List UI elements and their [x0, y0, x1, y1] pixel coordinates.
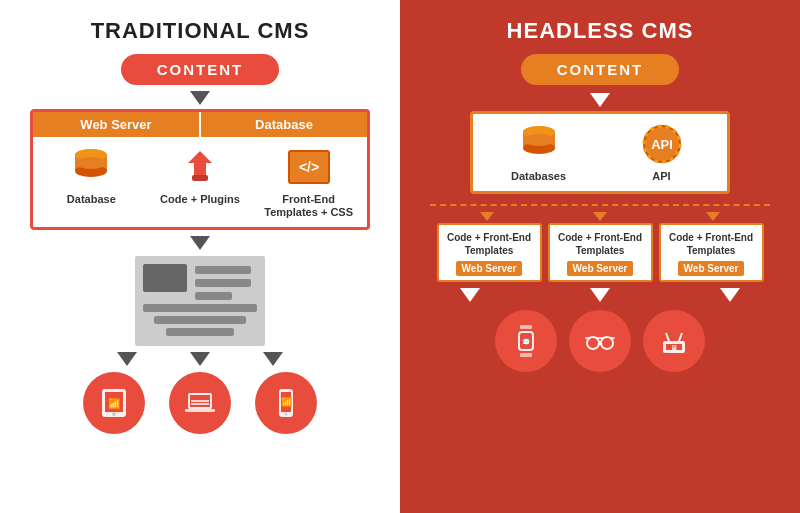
frontend-label: Front-End Templates + CSS: [264, 193, 354, 219]
web-line-6: [166, 328, 234, 336]
traditional-devices-row: 📶 📶: [83, 372, 317, 434]
api-label: API: [652, 170, 670, 183]
svg-text:📶: 📶: [108, 397, 121, 410]
svg-rect-15: [185, 409, 215, 412]
glasses-device: [569, 310, 631, 372]
svg-point-39: [588, 338, 598, 348]
web-server-header: Web Server: [33, 112, 201, 137]
watch-device: ⌚ 🛎: [495, 310, 557, 372]
svg-text:API: API: [651, 137, 673, 152]
webserver-label-1: Web Server: [456, 261, 523, 276]
database-icon: [67, 145, 115, 189]
headless-devices-row: ⌚ 🛎 🖥: [495, 310, 705, 372]
webserver-col-2: Code + Front-End Templates Web Server: [548, 223, 653, 282]
laptop-device: [169, 372, 231, 434]
arrow-content-to-box: [190, 91, 210, 105]
svg-point-20: [285, 413, 288, 416]
webserver-box-3: Code + Front-End Templates Web Server: [659, 223, 764, 282]
plugins-item: Code + Plugins: [155, 145, 245, 206]
svg-rect-31: [520, 353, 532, 357]
dashed-arrows-row: [430, 212, 770, 221]
traditional-cms-box: Web Server Database Database: [30, 109, 370, 230]
svg-rect-30: [520, 325, 532, 329]
webserver-text-2: Code + Front-End Templates: [554, 231, 647, 257]
web-output-mockup: [135, 256, 265, 346]
dashed-arrow-3: [706, 212, 720, 221]
arrow-box-to-web: [190, 236, 210, 250]
headless-cms-box: Databases API API: [470, 111, 730, 194]
headless-database-item: Databases: [494, 122, 584, 183]
cms-box-header: Web Server Database: [33, 112, 367, 137]
webserver-text-1: Code + Front-End Templates: [443, 231, 536, 257]
web-line-1: [195, 266, 251, 274]
headless-database-icon: [515, 122, 563, 166]
phone-device: 📶: [255, 372, 317, 434]
frontend-icon: </>: [285, 145, 333, 189]
webserver-label-3: Web Server: [678, 261, 745, 276]
database-label: Database: [67, 193, 116, 206]
svg-text:📶: 📶: [281, 396, 293, 408]
arrow-to-laptop: [190, 352, 210, 366]
frontend-item: </> Front-End Templates + CSS: [264, 145, 354, 219]
svg-point-4: [75, 157, 107, 169]
svg-marker-5: [188, 151, 212, 175]
webserver-box-1: Code + Front-End Templates Web Server: [437, 223, 542, 282]
webserver-col-3: Code + Front-End Templates Web Server: [659, 223, 764, 282]
svg-point-11: [112, 412, 116, 416]
web-line-4: [143, 304, 257, 312]
api-item: API API: [617, 122, 707, 183]
headless-cms-title: HEADLESS CMS: [507, 18, 694, 44]
traditional-content-pill: CONTENT: [121, 54, 280, 85]
router-device: 🖥: [643, 310, 705, 372]
webserver-label-2: Web Server: [567, 261, 634, 276]
headless-arrow-1: [460, 288, 480, 302]
web-line-2: [195, 279, 251, 287]
webservers-row: Code + Front-End Templates Web Server Co…: [437, 223, 764, 282]
database-item: Database: [46, 145, 136, 206]
webserver-col-1: Code + Front-End Templates Web Server: [437, 223, 542, 282]
headless-content-pill: CONTENT: [521, 54, 680, 85]
arrow-to-phone: [263, 352, 283, 366]
traditional-cms-panel: TRADITIONAL CMS CONTENT Web Server Datab…: [0, 0, 400, 513]
cms-box-content: Database Code + Plugins </: [33, 137, 367, 227]
svg-line-45: [679, 333, 682, 341]
svg-text:🛎: 🛎: [522, 337, 530, 346]
dashed-arrow-1: [480, 212, 494, 221]
web-image-placeholder: [143, 264, 187, 292]
dashed-arrow-2: [593, 212, 607, 221]
traditional-cms-title: TRADITIONAL CMS: [91, 18, 310, 44]
api-icon: API: [638, 122, 686, 166]
svg-point-26: [523, 134, 555, 146]
dashed-connector: [430, 198, 770, 212]
plugins-label: Code + Plugins: [160, 193, 240, 206]
svg-point-40: [602, 338, 612, 348]
webserver-text-3: Code + Front-End Templates: [665, 231, 758, 257]
svg-text:🖥: 🖥: [671, 344, 678, 351]
headless-arrow-2: [590, 288, 610, 302]
arrows-to-devices: [90, 350, 310, 368]
arrow-content-to-box-headless: [590, 93, 610, 107]
headless-arrow-3: [720, 288, 740, 302]
plugins-icon: [176, 145, 224, 189]
arrow-to-tablet: [117, 352, 137, 366]
svg-line-44: [666, 333, 669, 341]
database-header: Database: [201, 112, 367, 137]
web-line-5: [154, 316, 245, 324]
webserver-box-2: Code + Front-End Templates Web Server: [548, 223, 653, 282]
headless-cms-panel: HEADLESS CMS CONTENT Databases: [400, 0, 800, 513]
web-line-3: [195, 292, 232, 300]
svg-text:</>: </>: [299, 159, 319, 175]
tablet-device: 📶: [83, 372, 145, 434]
headless-database-label: Databases: [511, 170, 566, 183]
svg-rect-6: [192, 175, 208, 181]
